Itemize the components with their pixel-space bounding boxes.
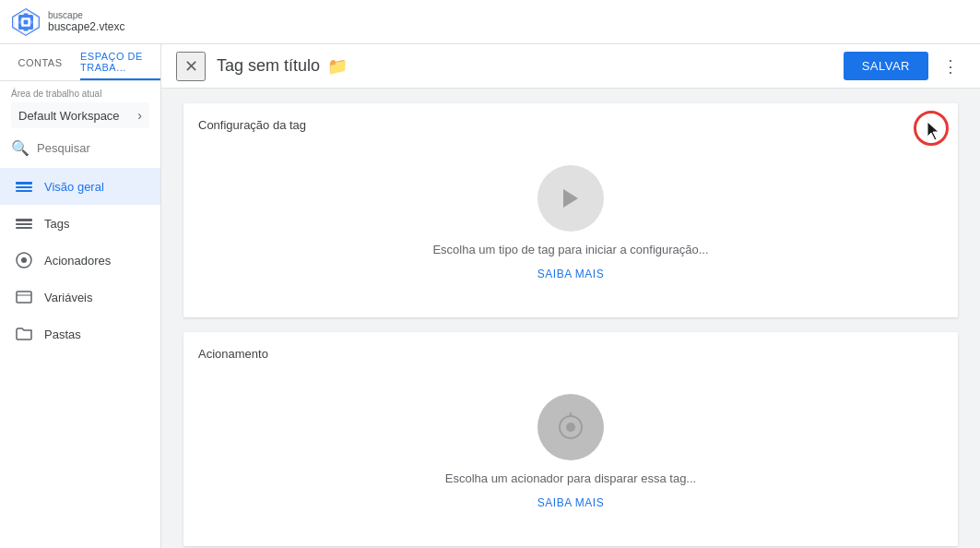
sidebar: CONTAS ESPAÇO DE TRABA... Área de trabal… [0, 44, 161, 548]
sidebar-item-label-pastas: Pastas [44, 328, 81, 341]
sidebar-item-tags[interactable]: Tags [0, 205, 160, 242]
workspace-label: Área de trabalho atual [11, 89, 149, 99]
trigger-title: Acionamento [198, 347, 943, 361]
svg-marker-18 [563, 189, 578, 208]
sidebar-item-label-tags: Tags [44, 217, 69, 231]
svg-rect-13 [16, 227, 32, 229]
sidebar-item-label-variaveis: Variáveis [44, 291, 93, 304]
trigger-card: Acionamento Escolha um acionador para di… [183, 332, 958, 546]
svg-point-15 [21, 257, 27, 263]
tag-config-desc: Escolha um tipo de tag para iniciar a co… [432, 243, 708, 256]
company-name: buscape [48, 10, 124, 20]
search-bar: 🔍 [0, 132, 160, 164]
tag-placeholder-icon [554, 182, 587, 215]
trigger-icon-circle[interactable] [537, 394, 604, 460]
title-folder-icon: 📁 [327, 56, 348, 77]
variaveis-icon [15, 288, 33, 306]
tag-config-title: Configuração da tag [198, 118, 943, 132]
sidebar-item-visao-geral[interactable]: Visão geral [0, 168, 160, 205]
svg-point-20 [566, 423, 575, 432]
svg-rect-11 [16, 219, 32, 221]
sidebar-tab-contas[interactable]: CONTAS [0, 44, 80, 80]
modal-close-button[interactable]: ✕ [176, 52, 206, 81]
top-header: buscape buscape2.vtexc [0, 0, 980, 44]
sidebar-item-label-visao-geral: Visão geral [44, 180, 104, 194]
sidebar-item-pastas[interactable]: Pastas [0, 316, 160, 352]
tag-config-card: Configuração da tag Escolha um tipo de t… [183, 103, 958, 317]
overview-icon [15, 177, 33, 196]
svg-rect-9 [16, 186, 32, 188]
sidebar-item-acionadores[interactable]: Acionadores [0, 242, 160, 279]
modal-body: Configuração da tag Escolha um tipo de t… [161, 89, 980, 548]
trigger-link[interactable]: SAIBA MAIS [537, 496, 604, 509]
tag-config-content: Escolha um tipo de tag para iniciar a co… [198, 143, 943, 303]
svg-rect-10 [16, 190, 32, 192]
workspace-name: Default Workspace [18, 109, 120, 123]
company-account: buscape2.vtexc [48, 20, 124, 33]
trigger-content: Escolha um acionador para disparar essa … [198, 372, 943, 531]
tag-config-link[interactable]: SAIBA MAIS [537, 268, 604, 280]
sidebar-tabs: CONTAS ESPAÇO DE TRABA... [0, 44, 160, 81]
company-info: buscape buscape2.vtexc [48, 10, 124, 33]
trigger-desc: Escolha um acionador para disparar essa … [445, 471, 696, 485]
acionadores-icon [15, 251, 33, 269]
workspace-selector[interactable]: Default Workspace › [11, 102, 149, 128]
search-input[interactable] [37, 141, 149, 155]
pastas-icon [15, 325, 33, 343]
chevron-right-icon: › [137, 108, 142, 123]
content-area: ✕ Tag sem título 📁 SALVAR ⋮ Configuração… [161, 44, 980, 548]
nav-items: Visão geral Tags Acionadores Variáveis [0, 164, 160, 356]
sidebar-tab-espaco[interactable]: ESPAÇO DE TRABA... [80, 44, 160, 80]
modal-header: ✕ Tag sem título 📁 SALVAR ⋮ [161, 44, 980, 89]
tag-config-icon-circle[interactable] [537, 165, 604, 232]
logo-area: buscape buscape2.vtexc [11, 7, 172, 37]
workspace-section: Área de trabalho atual Default Workspace… [0, 81, 160, 132]
svg-rect-7 [24, 19, 29, 24]
modal-title: Tag sem título 📁 [217, 56, 832, 77]
main-layout: CONTAS ESPAÇO DE TRABA... Área de trabal… [0, 44, 980, 548]
modal-actions: SALVAR ⋮ [844, 52, 965, 81]
modal-overlay: ✕ Tag sem título 📁 SALVAR ⋮ Configuração… [161, 44, 980, 548]
trigger-placeholder-icon [554, 411, 587, 444]
more-options-button[interactable]: ⋮ [936, 52, 965, 81]
cursor-icon [923, 120, 945, 142]
tags-icon [15, 214, 33, 232]
search-icon: 🔍 [11, 139, 30, 157]
svg-rect-16 [17, 292, 31, 303]
sidebar-item-label-acionadores: Acionadores [44, 254, 111, 268]
svg-rect-12 [16, 223, 32, 225]
save-button[interactable]: SALVAR [844, 52, 928, 80]
gtm-logo [11, 7, 41, 37]
click-indicator [914, 111, 950, 148]
svg-rect-8 [16, 182, 32, 185]
sidebar-item-variaveis[interactable]: Variáveis [0, 279, 160, 316]
